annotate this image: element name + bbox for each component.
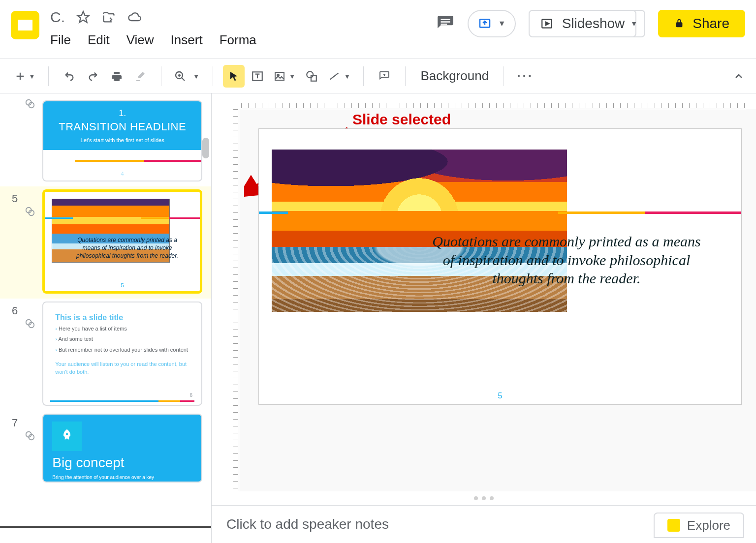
select-tool[interactable] (223, 65, 245, 88)
scrollbar-thumb[interactable] (202, 138, 209, 158)
canvas-area: Slide selected Quotations are commonly p… (212, 93, 756, 543)
share-label: Share (693, 16, 729, 31)
textbox-tool[interactable] (247, 65, 268, 88)
thumb5-quote: Quotations are commonly printed as a mea… (74, 236, 180, 260)
share-button[interactable]: Share (658, 10, 745, 37)
svg-point-21 (66, 433, 68, 435)
annotation: Slide selected (352, 111, 451, 128)
shape-tool[interactable] (301, 65, 322, 88)
caret-down-icon: ▼ (344, 72, 351, 80)
menu-edit[interactable]: Edit (88, 32, 110, 48)
present-button[interactable]: ▼ (468, 10, 516, 37)
annotation-text: Slide selected (352, 111, 451, 127)
menu-format[interactable]: Forma (220, 32, 256, 48)
svg-rect-1 (441, 19, 450, 21)
background-button[interactable]: Background (415, 68, 494, 84)
thumb-number-5: 5 (5, 189, 18, 205)
more-tools[interactable]: ··· (514, 65, 536, 88)
svg-rect-2 (441, 21, 450, 23)
explore-label: Explore (687, 518, 730, 533)
thumb6-page: 6 (189, 392, 192, 398)
slide-image[interactable] (272, 150, 567, 312)
comment-add-button[interactable] (374, 65, 395, 88)
slideshow-label: Slideshow (562, 16, 625, 31)
slide-quote[interactable]: Quotations are commonly printed as a mea… (431, 232, 702, 288)
animation-icon (25, 98, 35, 111)
svg-rect-12 (311, 75, 316, 81)
image-tool[interactable]: ▼ (270, 65, 299, 88)
zoom-button[interactable]: ▼ (171, 65, 203, 88)
thumb6-li1: Here you have a list of items (55, 325, 189, 332)
thumb-number-7: 7 (5, 414, 18, 429)
thumbnail-panel: 1. TRANSITION HEADLINE Let's start with … (0, 93, 212, 543)
svg-rect-9 (275, 72, 284, 80)
redo-button[interactable] (82, 65, 104, 88)
animation-icon (25, 318, 35, 331)
svg-point-11 (307, 71, 313, 78)
svg-marker-0 (77, 11, 89, 22)
toolbar: ▼ ▼ ▼ ▼ Background ··· (0, 59, 756, 93)
caret-down-icon: ▼ (193, 72, 200, 80)
thumb6-note: Your audience will listen to you or read… (55, 361, 189, 376)
animation-icon (25, 206, 35, 219)
svg-rect-3 (441, 24, 447, 25)
comments-icon[interactable] (436, 14, 455, 33)
thumb7-title: Big concept (52, 455, 192, 471)
svg-marker-6 (545, 22, 549, 26)
slide4-num: 1. (48, 108, 196, 119)
doc-area: C. File Edit View Insert Forma (50, 0, 436, 48)
undo-button[interactable] (59, 65, 80, 88)
thumb6-li3: But remember not to overload your slides… (55, 346, 189, 354)
caret-down-icon: ▼ (29, 72, 35, 80)
document-name[interactable]: C. (50, 9, 65, 26)
slide-thumb-4[interactable]: 1. TRANSITION HEADLINE Let's start with … (42, 100, 202, 181)
print-button[interactable] (106, 65, 127, 88)
header-right: ▼ Slideshow ▼ Share (436, 0, 756, 37)
slideshow-dropdown[interactable]: ▼ (624, 10, 645, 37)
slide4-page: 4 (43, 171, 201, 177)
slideshow-button[interactable]: Slideshow (529, 10, 637, 37)
slide4-headline: TRANSITION HEADLINE (48, 121, 196, 133)
slide-thumb-7[interactable]: Big concept Bring the attention of your … (42, 414, 202, 483)
pager-dots (212, 491, 756, 505)
paint-format-button[interactable] (129, 65, 151, 88)
thumb6-title: This is a slide title (55, 313, 189, 322)
slide4-sub: Let's start with the first set of slides (48, 137, 196, 143)
menu-view[interactable]: View (126, 32, 154, 48)
slides-logo[interactable] (11, 11, 39, 39)
rocket-icon (52, 422, 82, 451)
collapse-toolbar-icon[interactable] (726, 65, 751, 88)
animation-icon (25, 430, 35, 443)
vertical-ruler[interactable] (226, 109, 239, 491)
thumb7-sub: Bring the attention of your audience ove… (52, 475, 192, 480)
new-slide-button[interactable]: ▼ (12, 65, 38, 88)
menubar: File Edit View Insert Forma (50, 26, 436, 48)
slide-thumb-5[interactable]: Quotations are commonly printed as a mea… (42, 189, 202, 294)
slide-canvas[interactable]: Quotations are commonly printed as a mea… (259, 129, 741, 404)
menu-insert[interactable]: Insert (171, 32, 203, 48)
star-icon[interactable] (76, 10, 91, 25)
cloud-icon[interactable] (127, 10, 142, 25)
accent-line (259, 211, 741, 214)
caret-down-icon: ▼ (630, 20, 637, 28)
caret-down-icon: ▼ (498, 19, 506, 28)
line-tool[interactable]: ▼ (324, 65, 354, 88)
explore-icon (667, 519, 680, 532)
thumb5-page: 5 (45, 282, 200, 288)
bottom-strip (0, 526, 212, 543)
caret-down-icon: ▼ (289, 72, 296, 80)
thumb-number-6: 6 (5, 302, 18, 317)
explore-button[interactable]: Explore (654, 513, 744, 538)
horizontal-ruler[interactable] (241, 96, 746, 109)
move-icon[interactable] (101, 10, 116, 25)
slide-number: 5 (259, 392, 741, 400)
slide-thumb-6[interactable]: This is a slide title Here you have a li… (42, 302, 202, 406)
menu-file[interactable]: File (50, 32, 71, 48)
thumb6-li2: And some text (55, 335, 189, 343)
titlebar: C. File Edit View Insert Forma ▼ (0, 0, 756, 59)
